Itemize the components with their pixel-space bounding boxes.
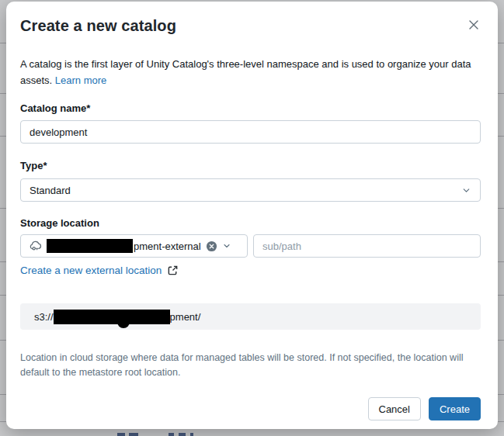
storage-location-label: Storage location (20, 217, 481, 229)
storage-location-row: pment-external (20, 234, 481, 258)
chevron-down-icon (461, 185, 471, 196)
modal-description: A catalog is the first layer of Unity Ca… (20, 56, 477, 88)
type-select-value: Standard (30, 185, 71, 196)
background-content-fragment (179, 433, 186, 436)
type-select[interactable]: Standard (20, 178, 481, 202)
background-content-fragment (190, 433, 193, 436)
cancel-button[interactable]: Cancel (368, 397, 421, 420)
modal-footer: Cancel Create (20, 397, 481, 420)
external-location-value: pment-external (134, 240, 201, 252)
redacted-text-mask (54, 310, 170, 324)
redacted-text-mask (47, 239, 133, 253)
create-catalog-modal: Create a new catalog A catalog is the fi… (6, 2, 498, 429)
background-content-fragment (129, 433, 138, 436)
learn-more-link[interactable]: Learn more (55, 74, 106, 86)
resolved-path-prefix: s3:// (34, 311, 54, 323)
catalog-name-input[interactable] (20, 120, 481, 144)
create-button[interactable]: Create (429, 397, 481, 420)
subpath-input[interactable] (253, 234, 481, 258)
catalog-name-label: Catalog name* (20, 102, 481, 114)
create-external-location-link[interactable]: Create a new external location (20, 265, 179, 276)
clear-circle-icon[interactable] (206, 240, 218, 252)
chevron-down-icon (222, 241, 231, 251)
external-link-icon (167, 265, 179, 276)
create-external-location-label: Create a new external location (20, 265, 162, 276)
background-content-fragment (117, 433, 125, 436)
type-label: Type* (20, 160, 481, 171)
storage-help-text: Location in cloud storage where data for… (20, 351, 481, 380)
resolved-storage-path: s3:// pment/ (20, 303, 481, 330)
external-location-combobox[interactable]: pment-external (20, 234, 248, 258)
close-icon[interactable] (466, 17, 481, 33)
modal-title: Create a new catalog (20, 16, 481, 36)
resolved-path-suffix: pment/ (170, 311, 201, 323)
background-content-fragment (169, 433, 174, 436)
cloud-key-icon (29, 240, 42, 253)
screen-backdrop: Create a new catalog A catalog is the fi… (0, 0, 504, 436)
